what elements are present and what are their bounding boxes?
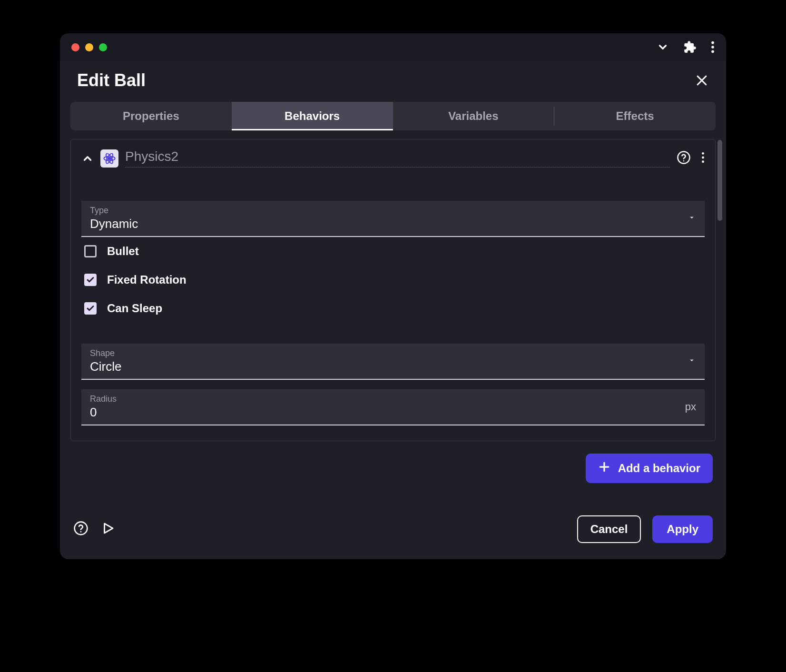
tab-properties[interactable]: Properties <box>70 102 232 130</box>
fixed-rotation-checkbox[interactable] <box>84 274 97 286</box>
bullet-checkbox[interactable] <box>84 245 97 257</box>
editor-dialog-window: Edit Ball Properties Behaviors Variables… <box>60 33 726 559</box>
physics-behavior-icon <box>100 149 118 168</box>
dialog-content: Properties Behaviors Variables Effects P… <box>60 102 726 502</box>
dialog-header: Edit Ball <box>60 61 726 102</box>
behaviors-panel: Physics2 Type Dynamic <box>70 139 716 441</box>
svg-point-13 <box>702 160 704 163</box>
svg-point-17 <box>80 531 82 533</box>
tab-bar: Properties Behaviors Variables Effects <box>70 102 716 130</box>
dialog-title: Edit Ball <box>77 70 146 90</box>
radius-value: 0 <box>90 405 685 420</box>
can-sleep-checkbox-row[interactable]: Can Sleep <box>81 294 705 323</box>
plus-icon <box>598 461 610 476</box>
shape-label: Shape <box>90 348 688 358</box>
apply-button[interactable]: Apply <box>652 515 713 543</box>
svg-point-10 <box>683 160 685 161</box>
behavior-name-input[interactable]: Physics2 <box>125 149 670 168</box>
svg-point-1 <box>711 46 714 49</box>
shape-value: Circle <box>90 359 688 374</box>
type-label: Type <box>90 206 688 216</box>
help-icon[interactable] <box>73 521 88 538</box>
svg-marker-18 <box>105 524 113 533</box>
radius-label: Radius <box>90 394 685 404</box>
extension-icon[interactable] <box>683 40 697 54</box>
preview-icon[interactable] <box>101 521 115 537</box>
kebab-menu-icon[interactable] <box>711 40 715 54</box>
dropdown-arrow-icon <box>688 213 696 224</box>
dialog-footer: Cancel Apply <box>60 502 726 559</box>
svg-point-12 <box>702 156 704 158</box>
chevron-down-icon[interactable] <box>657 41 669 53</box>
can-sleep-label: Can Sleep <box>107 302 162 315</box>
radius-unit: px <box>685 401 696 413</box>
cancel-button[interactable]: Cancel <box>577 515 641 543</box>
window-minimize-button[interactable] <box>85 43 93 51</box>
svg-point-9 <box>678 151 690 163</box>
bullet-label: Bullet <box>107 245 139 258</box>
bullet-checkbox-row[interactable]: Bullet <box>81 237 705 266</box>
add-behavior-label: Add a behavior <box>618 462 700 475</box>
collapse-icon[interactable] <box>81 152 94 165</box>
tab-variables[interactable]: Variables <box>393 102 554 130</box>
svg-point-2 <box>711 50 714 53</box>
fixed-rotation-label: Fixed Rotation <box>107 273 187 287</box>
radius-field[interactable]: Radius 0 px <box>81 389 705 425</box>
window-close-button[interactable] <box>71 43 79 51</box>
type-select[interactable]: Type Dynamic <box>81 201 705 237</box>
svg-point-0 <box>711 41 714 44</box>
shape-select[interactable]: Shape Circle <box>81 344 705 380</box>
tab-behaviors[interactable]: Behaviors <box>232 102 393 130</box>
type-value: Dynamic <box>90 217 688 231</box>
help-icon[interactable] <box>677 150 691 167</box>
kebab-menu-icon[interactable] <box>701 151 705 166</box>
scrollbar-thumb[interactable] <box>717 140 722 221</box>
can-sleep-checkbox[interactable] <box>84 302 97 315</box>
close-icon[interactable] <box>695 73 709 88</box>
svg-point-5 <box>108 157 110 159</box>
window-maximize-button[interactable] <box>99 43 107 51</box>
window-titlebar <box>60 33 726 61</box>
svg-point-16 <box>75 522 88 535</box>
traffic-lights <box>71 43 107 51</box>
fixed-rotation-checkbox-row[interactable]: Fixed Rotation <box>81 266 705 294</box>
dropdown-arrow-icon <box>688 356 696 366</box>
svg-point-11 <box>702 152 704 154</box>
behavior-header: Physics2 <box>81 149 705 173</box>
tab-effects[interactable]: Effects <box>554 102 716 130</box>
add-behavior-button[interactable]: Add a behavior <box>586 454 713 483</box>
